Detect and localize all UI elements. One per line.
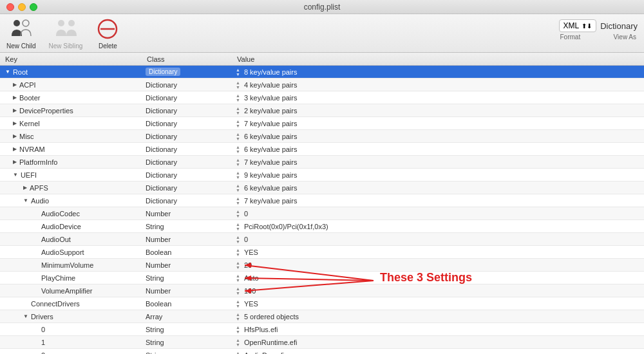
expand-triangle[interactable]: ▶ bbox=[13, 159, 17, 165]
expand-triangle[interactable]: ▶ bbox=[13, 146, 17, 152]
expand-triangle[interactable]: ▶ bbox=[13, 120, 17, 126]
expand-triangle[interactable]: ▶ bbox=[13, 95, 17, 100]
key-text: Root bbox=[13, 68, 28, 76]
value-stepper[interactable]: ▲▼ bbox=[236, 286, 240, 295]
value-stepper[interactable]: ▲▼ bbox=[236, 93, 240, 102]
value-stepper[interactable]: ▲▼ bbox=[236, 106, 240, 115]
value-text: 2 key/value pairs bbox=[244, 107, 298, 115]
close-button[interactable] bbox=[6, 3, 14, 11]
xml-dropdown[interactable]: XML ⬆⬇ bbox=[559, 19, 597, 32]
class-text: Dictionary bbox=[142, 169, 232, 181]
value-stepper[interactable]: ▲▼ bbox=[236, 196, 240, 205]
value-stepper[interactable]: ▲▼ bbox=[236, 248, 240, 257]
collapse-triangle[interactable]: ▼ bbox=[13, 172, 18, 178]
new-sibling-icon bbox=[53, 17, 78, 41]
table-row[interactable]: ▼UEFIDictionary▲▼9 key/value pairs bbox=[0, 169, 644, 182]
delete-icon bbox=[95, 17, 120, 41]
table-row[interactable]: AudioCodecNumber▲▼0 bbox=[0, 207, 644, 220]
table-row[interactable]: ▶NVRAMDictionary▲▼6 key/value pairs bbox=[0, 143, 644, 156]
table-row[interactable]: VolumeAmplifierNumber▲▼100 bbox=[0, 284, 644, 297]
key-text: Booter bbox=[19, 94, 40, 102]
value-stepper[interactable]: ▲▼ bbox=[236, 299, 240, 308]
value-stepper[interactable]: ▲▼ bbox=[236, 312, 240, 321]
value-stepper[interactable]: ▲▼ bbox=[236, 338, 240, 347]
table-row[interactable]: 1String▲▼OpenRuntime.efi bbox=[0, 336, 644, 349]
class-text: Boolean bbox=[142, 246, 232, 258]
table-row[interactable]: ConnectDriversBoolean▲▼YES bbox=[0, 297, 644, 310]
value-text: AudioDxe.efi bbox=[244, 351, 284, 355]
minimize-button[interactable] bbox=[18, 3, 26, 11]
value-text: 0 bbox=[244, 236, 248, 243]
table-row[interactable]: AudioSupportBoolean▲▼YES bbox=[0, 246, 644, 259]
value-stepper[interactable]: ▲▼ bbox=[236, 80, 240, 89]
key-text: AudioSupport bbox=[41, 248, 84, 256]
table-row[interactable]: ▶PlatformInfoDictionary▲▼7 key/value pai… bbox=[0, 156, 644, 169]
value-stepper[interactable]: ▲▼ bbox=[236, 261, 240, 270]
value-text: YES bbox=[244, 248, 258, 256]
col-header-class: Class bbox=[142, 53, 232, 66]
value-stepper[interactable]: ▲▼ bbox=[236, 222, 240, 231]
dropdown-arrow: ⬆⬇ bbox=[582, 23, 592, 30]
table-row[interactable]: ▼DriversArray▲▼5 ordered objects bbox=[0, 310, 644, 323]
collapse-triangle[interactable]: ▼ bbox=[23, 198, 28, 203]
titlebar: config.plist bbox=[0, 0, 644, 14]
key-text: Audio bbox=[31, 197, 49, 205]
new-child-button[interactable]: New Child bbox=[6, 17, 36, 50]
expand-triangle[interactable]: ▶ bbox=[13, 133, 17, 139]
table-row[interactable]: ▶ACPIDictionary▲▼4 key/value pairs bbox=[0, 79, 644, 91]
table-area[interactable]: ▼RootDictionary▲▼8 key/value pairs▶ACPID… bbox=[0, 66, 644, 354]
value-text: 8 key/value pairs bbox=[244, 68, 298, 76]
table-row[interactable]: MinimumVolumeNumber▲▼20 bbox=[0, 259, 644, 272]
class-text: Dictionary bbox=[142, 130, 232, 142]
value-stepper[interactable]: ▲▼ bbox=[236, 68, 240, 77]
expand-triangle[interactable]: ▶ bbox=[13, 107, 17, 113]
table-row[interactable]: ▶KernelDictionary▲▼7 key/value pairs bbox=[0, 117, 644, 130]
table-row[interactable]: ▼RootDictionary▲▼8 key/value pairs bbox=[0, 66, 644, 79]
new-sibling-button[interactable]: New Sibling bbox=[49, 17, 83, 50]
value-stepper[interactable]: ▲▼ bbox=[236, 274, 240, 283]
new-sibling-label: New Sibling bbox=[49, 42, 83, 50]
table-row[interactable]: 0String▲▼HfsPlus.efi bbox=[0, 323, 644, 336]
table-row[interactable]: AudioDeviceString▲▼PciRoot(0x0)/Pci(0x1f… bbox=[0, 220, 644, 233]
key-text: 2 bbox=[41, 351, 45, 355]
key-text: PlatformInfo bbox=[19, 158, 57, 166]
value-stepper[interactable]: ▲▼ bbox=[236, 183, 240, 192]
value-text: 6 key/value pairs bbox=[244, 145, 298, 153]
expand-triangle[interactable]: ▶ bbox=[23, 185, 27, 191]
value-stepper[interactable]: ▲▼ bbox=[236, 209, 240, 218]
value-stepper[interactable]: ▲▼ bbox=[236, 235, 240, 244]
table-row[interactable]: ▶BooterDictionary▲▼3 key/value pairs bbox=[0, 91, 644, 104]
table-row[interactable]: ▶DevicePropertiesDictionary▲▼2 key/value… bbox=[0, 104, 644, 117]
value-text: 6 key/value pairs bbox=[244, 133, 298, 140]
value-stepper[interactable]: ▲▼ bbox=[236, 158, 240, 167]
col-header-key: Key bbox=[0, 53, 142, 66]
value-stepper[interactable]: ▲▼ bbox=[236, 119, 240, 128]
table-row[interactable]: ▶MiscDictionary▲▼6 key/value pairs bbox=[0, 130, 644, 143]
table-row[interactable]: ▶APFSDictionary▲▼6 key/value pairs bbox=[0, 182, 644, 194]
value-stepper[interactable]: ▲▼ bbox=[236, 132, 240, 141]
delete-button[interactable]: Delete bbox=[95, 17, 120, 50]
value-text: 9 key/value pairs bbox=[244, 171, 298, 179]
value-stepper[interactable]: ▲▼ bbox=[236, 325, 240, 334]
class-badge: Dictionary bbox=[146, 68, 180, 76]
collapse-triangle[interactable]: ▼ bbox=[5, 69, 10, 75]
class-text: String bbox=[142, 336, 232, 348]
value-text: 7 key/value pairs bbox=[244, 197, 298, 205]
value-stepper[interactable]: ▲▼ bbox=[236, 145, 240, 154]
collapse-triangle[interactable]: ▼ bbox=[23, 313, 28, 319]
value-stepper[interactable]: ▲▼ bbox=[236, 351, 240, 355]
format-label: Format bbox=[560, 33, 581, 41]
xml-label: XML bbox=[564, 21, 580, 30]
expand-triangle[interactable]: ▶ bbox=[13, 82, 17, 88]
table-row[interactable]: AudioOutNumber▲▼0 bbox=[0, 233, 644, 246]
table-row[interactable]: ▼AudioDictionary▲▼7 key/value pairs bbox=[0, 194, 644, 207]
value-text: OpenRuntime.efi bbox=[244, 339, 298, 346]
class-text: Dictionary bbox=[142, 104, 232, 116]
class-text: String bbox=[142, 349, 232, 354]
class-text: Number bbox=[142, 233, 232, 245]
value-stepper[interactable]: ▲▼ bbox=[236, 171, 240, 180]
value-text: PciRoot(0x0)/Pci(0x1f,0x3) bbox=[244, 223, 328, 230]
table-row[interactable]: PlayChimeString▲▼Auto bbox=[0, 272, 644, 284]
table-row[interactable]: 2String▲▼AudioDxe.efi bbox=[0, 349, 644, 354]
maximize-button[interactable] bbox=[30, 3, 37, 11]
